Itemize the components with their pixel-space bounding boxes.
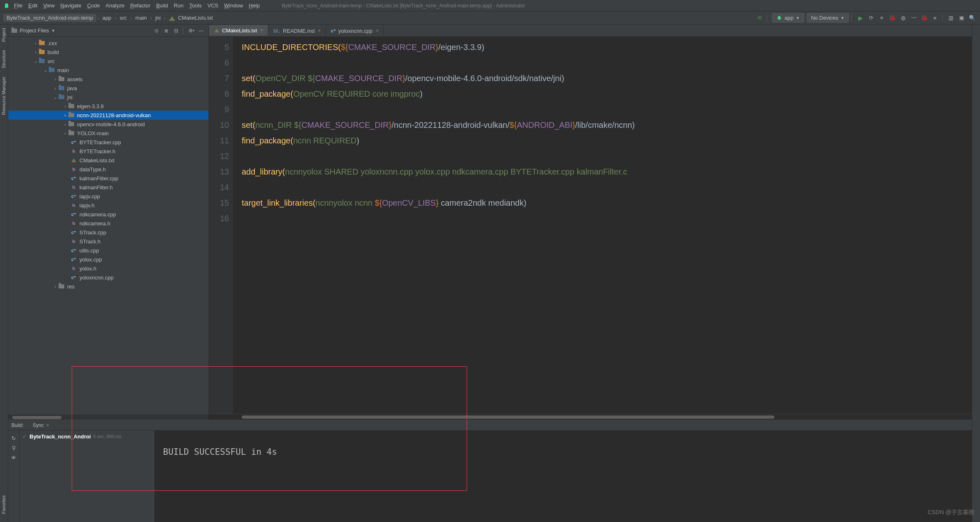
tree-file[interactable]: hkalmanFilter.h xyxy=(8,183,209,192)
tree-file[interactable]: hSTrack.h xyxy=(8,237,209,246)
tree-file[interactable]: CMakeLists.txt xyxy=(8,156,209,165)
sync-gradle-icon[interactable]: ⟲ xyxy=(755,14,764,23)
build-tab-sync[interactable]: Sync× xyxy=(29,421,52,429)
search-everywhere-icon[interactable]: 🔍 xyxy=(968,14,977,23)
tree-file[interactable]: c⁺yolox.cpp xyxy=(8,255,209,264)
structure-tool-tab[interactable]: Structure xyxy=(0,47,7,72)
tree-folder-eigen[interactable]: ›eigen-3.3.9 xyxy=(8,102,209,111)
tree-folder-res[interactable]: ›res xyxy=(8,282,209,291)
breadcrumb-main[interactable]: main xyxy=(133,15,149,21)
collapse-all-icon[interactable]: ⊟ xyxy=(172,27,180,35)
tree-file[interactable]: hlapjv.h xyxy=(8,201,209,210)
tree-file[interactable]: hBYTETracker.h xyxy=(8,147,209,156)
tree-folder-build[interactable]: ›build xyxy=(8,48,209,57)
editor-tab-readme[interactable]: M↓README.md× xyxy=(268,25,326,36)
device-selector[interactable]: No Devices▼ xyxy=(807,13,849,23)
scrollbar-thumb[interactable] xyxy=(242,415,774,419)
breadcrumb-root[interactable]: ByteTrack_ncnn_Android-main-temp xyxy=(3,14,96,22)
tree-folder-java[interactable]: ›java xyxy=(8,84,209,93)
debug-icon[interactable]: 🐞 xyxy=(888,14,897,23)
tree-file[interactable]: c⁺ndkcamera.cpp xyxy=(8,210,209,219)
close-icon[interactable]: × xyxy=(376,28,379,34)
tree-file[interactable]: c⁺yoloxncnn.cpp xyxy=(8,273,209,282)
close-icon[interactable]: × xyxy=(46,422,49,428)
code-editor[interactable]: INCLUDE_DIRECTORIES(${CMAKE_SOURCE_DIR}/… xyxy=(234,37,972,414)
tree-file[interactable]: hyolox.h xyxy=(8,264,209,273)
apply-changes-icon[interactable]: ⟳ xyxy=(867,14,876,23)
close-icon[interactable]: × xyxy=(260,27,263,33)
menu-vcs[interactable]: VCS xyxy=(207,2,218,9)
resource-manager-tool-tab[interactable]: Resource Manager xyxy=(0,73,7,118)
menu-run[interactable]: Run xyxy=(174,2,184,9)
expand-all-icon[interactable]: ≣ xyxy=(162,27,170,35)
header-icon: h xyxy=(70,203,77,208)
sdk-icon[interactable]: ▣ xyxy=(957,14,966,23)
build-panel-tabs: Build: Sync× xyxy=(8,420,972,431)
cpp-icon: c⁺ xyxy=(70,176,77,181)
project-tool-tab[interactable]: Project xyxy=(0,25,7,45)
hide-icon[interactable]: — xyxy=(197,27,205,35)
tree-folder-opencv[interactable]: ›opencv-mobile-4.6.0-android xyxy=(8,120,209,129)
menu-file[interactable]: FFileile xyxy=(14,2,23,9)
menu-navigate[interactable]: NavigateNavigate xyxy=(60,2,81,9)
tree-file[interactable]: c⁺kalmanFilter.cpp xyxy=(8,174,209,183)
tree-file[interactable]: c⁺BYTETracker.cpp xyxy=(8,138,209,147)
tree-folder-ncnn[interactable]: ›ncnn-20221128-android-vulkan xyxy=(8,111,209,120)
settings-icon[interactable]: ⚙▾ xyxy=(187,27,195,35)
breadcrumb-sep: › xyxy=(163,15,167,21)
tree-file[interactable]: c⁺utils.cpp xyxy=(8,246,209,255)
menu-tools[interactable]: ToolsTools xyxy=(189,2,202,9)
tree-folder-src[interactable]: ⌄src xyxy=(8,57,209,66)
tree-folder-jni[interactable]: ⌄jni xyxy=(8,93,209,102)
success-icon: ✓ xyxy=(22,433,27,440)
run-button[interactable]: ▶ xyxy=(856,14,865,23)
rerun-icon[interactable]: ↻ xyxy=(8,433,19,443)
breadcrumb-file[interactable]: CMakeLists.txt xyxy=(167,15,216,21)
tree-file[interactable]: hndkcamera.h xyxy=(8,219,209,228)
tree-folder-main[interactable]: ⌄main xyxy=(8,66,209,75)
menu-window[interactable]: WindowWindow xyxy=(224,2,243,9)
close-icon[interactable]: × xyxy=(318,28,321,34)
stop-icon[interactable]: ■ xyxy=(930,14,939,23)
menu-edit[interactable]: EditEdit xyxy=(28,2,37,9)
filter-icon[interactable]: ⚲ xyxy=(8,443,19,453)
editor-hscrollbar[interactable] xyxy=(209,414,972,420)
project-tree[interactable]: ›.cxx ›build ⌄src ⌄main ›assets ›java ⌄j… xyxy=(8,37,209,415)
toggle-view-icon[interactable]: 👁 xyxy=(8,453,19,463)
breadcrumb-sep: › xyxy=(114,15,118,21)
cpp-icon: c⁺ xyxy=(70,212,77,217)
project-view-selector[interactable]: Project Files▼ xyxy=(11,27,55,34)
menu-analyze[interactable]: Analyze xyxy=(106,2,125,9)
attach-debugger-icon[interactable]: 🐞 xyxy=(920,14,929,23)
select-opened-file-icon[interactable]: ⊙ xyxy=(152,27,161,35)
build-task-row[interactable]: ✓ ByteTrack_ncnn_Androi 6 sec, 690 ms xyxy=(22,433,152,440)
tree-file[interactable]: hdataType.h xyxy=(8,165,209,174)
apply-code-icon[interactable]: ≡ xyxy=(877,14,886,23)
cmake-icon xyxy=(70,158,77,163)
menu-build[interactable]: BuildBuild xyxy=(156,2,168,9)
menu-refactor[interactable]: RefactorRefactor xyxy=(130,2,150,9)
tree-file[interactable]: c⁺STrack.cpp xyxy=(8,228,209,237)
scrollbar-thumb[interactable] xyxy=(12,416,61,419)
favorites-tool-tab[interactable]: Favorites xyxy=(0,492,7,517)
editor-body[interactable]: 5678910111213141516 INCLUDE_DIRECTORIES(… xyxy=(209,37,972,414)
profiler-icon[interactable]: 〰 xyxy=(909,14,918,23)
menu-help[interactable]: HelpHelp xyxy=(249,2,260,9)
menu-view[interactable]: ViewView xyxy=(43,2,54,9)
build-tree[interactable]: ✓ ByteTrack_ncnn_Androi 6 sec, 690 ms xyxy=(20,431,155,522)
project-hscrollbar[interactable] xyxy=(8,415,209,420)
build-output[interactable]: BUILD SUCCESSFUL in 4s xyxy=(155,431,972,522)
breadcrumb-src[interactable]: src xyxy=(117,15,129,21)
tree-folder-assets[interactable]: ›assets xyxy=(8,75,209,84)
breadcrumb-jni[interactable]: jni xyxy=(153,15,163,21)
tree-file[interactable]: c⁺lapjv.cpp xyxy=(8,192,209,201)
tree-folder-cxx[interactable]: ›.cxx xyxy=(8,39,209,48)
breadcrumb-app[interactable]: app xyxy=(100,15,114,21)
module-selector[interactable]: app▼ xyxy=(772,13,804,23)
tree-folder-yolox-main[interactable]: ›YOLOX-main xyxy=(8,129,209,138)
menu-code[interactable]: CodeCode xyxy=(87,2,100,9)
editor-tab-yolox[interactable]: c⁺yoloxncnn.cpp× xyxy=(326,25,384,36)
coverage-icon[interactable]: ◍ xyxy=(898,14,907,23)
editor-tab-cmake[interactable]: CMakeLists.txt× xyxy=(209,25,268,36)
avd-icon[interactable]: ▥ xyxy=(946,14,955,23)
